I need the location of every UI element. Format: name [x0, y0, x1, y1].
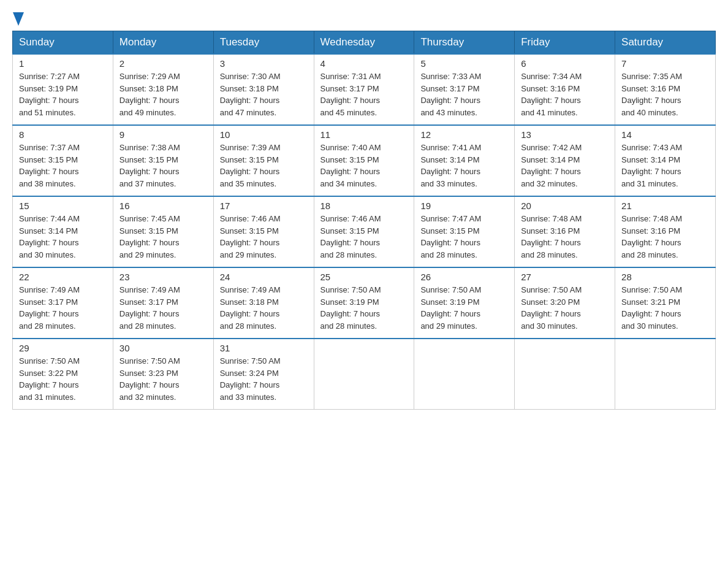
day-info: Sunrise: 7:42 AMSunset: 3:14 PMDaylight:…	[521, 142, 609, 190]
page-header	[12, 12, 716, 25]
day-number: 20	[521, 201, 609, 211]
day-number: 29	[19, 343, 107, 353]
calendar-cell	[515, 339, 615, 410]
calendar-cell: 20 Sunrise: 7:48 AMSunset: 3:16 PMDaylig…	[515, 196, 615, 267]
calendar-cell: 9 Sunrise: 7:38 AMSunset: 3:15 PMDayligh…	[113, 125, 213, 196]
day-number: 25	[320, 272, 408, 282]
day-info: Sunrise: 7:46 AMSunset: 3:15 PMDaylight:…	[220, 213, 308, 261]
calendar-cell: 8 Sunrise: 7:37 AMSunset: 3:15 PMDayligh…	[13, 125, 113, 196]
calendar-cell: 1 Sunrise: 7:27 AMSunset: 3:19 PMDayligh…	[13, 54, 113, 125]
day-info: Sunrise: 7:35 AMSunset: 3:16 PMDaylight:…	[621, 71, 709, 118]
weekday-header-friday: Friday	[515, 31, 615, 55]
calendar-cell: 23 Sunrise: 7:49 AMSunset: 3:17 PMDaylig…	[113, 267, 213, 339]
weekday-header-saturday: Saturday	[615, 31, 716, 55]
calendar-cell: 13 Sunrise: 7:42 AMSunset: 3:14 PMDaylig…	[515, 125, 615, 196]
day-info: Sunrise: 7:34 AMSunset: 3:16 PMDaylight:…	[521, 71, 609, 118]
day-info: Sunrise: 7:48 AMSunset: 3:16 PMDaylight:…	[621, 213, 709, 261]
day-info: Sunrise: 7:50 AMSunset: 3:22 PMDaylight:…	[19, 355, 107, 403]
day-number: 8	[19, 129, 107, 140]
calendar-week-row: 1 Sunrise: 7:27 AMSunset: 3:19 PMDayligh…	[13, 54, 716, 125]
calendar-cell: 15 Sunrise: 7:44 AMSunset: 3:14 PMDaylig…	[13, 196, 113, 267]
calendar-cell: 4 Sunrise: 7:31 AMSunset: 3:17 PMDayligh…	[314, 54, 414, 125]
calendar-cell: 10 Sunrise: 7:39 AMSunset: 3:15 PMDaylig…	[213, 125, 314, 196]
calendar-cell: 5 Sunrise: 7:33 AMSunset: 3:17 PMDayligh…	[414, 54, 515, 125]
day-info: Sunrise: 7:50 AMSunset: 3:19 PMDaylight:…	[320, 284, 408, 332]
day-number: 12	[420, 129, 508, 140]
weekday-header-thursday: Thursday	[414, 31, 515, 55]
calendar-table: SundayMondayTuesdayWednesdayThursdayFrid…	[12, 31, 716, 410]
day-number: 13	[521, 129, 609, 140]
calendar-cell: 24 Sunrise: 7:49 AMSunset: 3:18 PMDaylig…	[213, 267, 314, 339]
day-number: 1	[19, 58, 107, 69]
day-info: Sunrise: 7:46 AMSunset: 3:15 PMDaylight:…	[320, 213, 408, 261]
day-number: 31	[220, 343, 308, 353]
day-info: Sunrise: 7:49 AMSunset: 3:17 PMDaylight:…	[19, 284, 107, 332]
calendar-week-row: 8 Sunrise: 7:37 AMSunset: 3:15 PMDayligh…	[13, 125, 716, 196]
day-number: 16	[119, 201, 207, 211]
calendar-cell: 16 Sunrise: 7:45 AMSunset: 3:15 PMDaylig…	[113, 196, 213, 267]
calendar-cell: 18 Sunrise: 7:46 AMSunset: 3:15 PMDaylig…	[314, 196, 414, 267]
day-info: Sunrise: 7:47 AMSunset: 3:15 PMDaylight:…	[420, 213, 508, 261]
calendar-cell	[615, 339, 716, 410]
day-info: Sunrise: 7:37 AMSunset: 3:15 PMDaylight:…	[19, 142, 107, 190]
day-info: Sunrise: 7:38 AMSunset: 3:15 PMDaylight:…	[119, 142, 207, 190]
day-info: Sunrise: 7:50 AMSunset: 3:24 PMDaylight:…	[220, 355, 308, 403]
day-info: Sunrise: 7:50 AMSunset: 3:19 PMDaylight:…	[420, 284, 508, 332]
weekday-header-tuesday: Tuesday	[213, 31, 314, 55]
day-info: Sunrise: 7:49 AMSunset: 3:17 PMDaylight:…	[119, 284, 207, 332]
day-info: Sunrise: 7:50 AMSunset: 3:21 PMDaylight:…	[621, 284, 709, 332]
day-info: Sunrise: 7:30 AMSunset: 3:18 PMDaylight:…	[220, 71, 308, 118]
day-number: 19	[420, 201, 508, 211]
day-info: Sunrise: 7:50 AMSunset: 3:23 PMDaylight:…	[119, 355, 207, 403]
calendar-cell: 31 Sunrise: 7:50 AMSunset: 3:24 PMDaylig…	[213, 339, 314, 410]
calendar-cell: 27 Sunrise: 7:50 AMSunset: 3:20 PMDaylig…	[515, 267, 615, 339]
calendar-week-row: 22 Sunrise: 7:49 AMSunset: 3:17 PMDaylig…	[13, 267, 716, 339]
day-number: 24	[220, 272, 308, 282]
day-number: 21	[621, 201, 709, 211]
day-info: Sunrise: 7:31 AMSunset: 3:17 PMDaylight:…	[320, 71, 408, 118]
logo-block	[12, 12, 25, 25]
day-info: Sunrise: 7:44 AMSunset: 3:14 PMDaylight:…	[19, 213, 107, 261]
calendar-week-row: 29 Sunrise: 7:50 AMSunset: 3:22 PMDaylig…	[13, 339, 716, 410]
day-number: 15	[19, 201, 107, 211]
calendar-cell: 12 Sunrise: 7:41 AMSunset: 3:14 PMDaylig…	[414, 125, 515, 196]
day-info: Sunrise: 7:43 AMSunset: 3:14 PMDaylight:…	[621, 142, 709, 190]
calendar-cell: 6 Sunrise: 7:34 AMSunset: 3:16 PMDayligh…	[515, 54, 615, 125]
calendar-cell: 19 Sunrise: 7:47 AMSunset: 3:15 PMDaylig…	[414, 196, 515, 267]
calendar-cell	[414, 339, 515, 410]
day-number: 30	[119, 343, 207, 353]
calendar-header-row: SundayMondayTuesdayWednesdayThursdayFrid…	[13, 31, 716, 55]
weekday-header-wednesday: Wednesday	[314, 31, 414, 55]
calendar-cell: 28 Sunrise: 7:50 AMSunset: 3:21 PMDaylig…	[615, 267, 716, 339]
day-number: 22	[19, 272, 107, 282]
day-info: Sunrise: 7:33 AMSunset: 3:17 PMDaylight:…	[420, 71, 508, 118]
day-info: Sunrise: 7:41 AMSunset: 3:14 PMDaylight:…	[420, 142, 508, 190]
day-number: 14	[621, 129, 709, 140]
day-number: 23	[119, 272, 207, 282]
calendar-cell: 14 Sunrise: 7:43 AMSunset: 3:14 PMDaylig…	[615, 125, 716, 196]
day-info: Sunrise: 7:45 AMSunset: 3:15 PMDaylight:…	[119, 213, 207, 261]
day-number: 7	[621, 58, 709, 69]
day-number: 26	[420, 272, 508, 282]
day-number: 9	[119, 129, 207, 140]
calendar-cell: 26 Sunrise: 7:50 AMSunset: 3:19 PMDaylig…	[414, 267, 515, 339]
day-number: 6	[521, 58, 609, 69]
day-number: 18	[320, 201, 408, 211]
svg-marker-0	[13, 12, 24, 26]
calendar-cell: 25 Sunrise: 7:50 AMSunset: 3:19 PMDaylig…	[314, 267, 414, 339]
day-number: 11	[320, 129, 408, 140]
calendar-cell	[314, 339, 414, 410]
day-info: Sunrise: 7:27 AMSunset: 3:19 PMDaylight:…	[19, 71, 107, 118]
day-number: 2	[119, 58, 207, 69]
calendar-cell: 29 Sunrise: 7:50 AMSunset: 3:22 PMDaylig…	[13, 339, 113, 410]
day-info: Sunrise: 7:49 AMSunset: 3:18 PMDaylight:…	[220, 284, 308, 332]
day-info: Sunrise: 7:40 AMSunset: 3:15 PMDaylight:…	[320, 142, 408, 190]
weekday-header-monday: Monday	[113, 31, 213, 55]
calendar-cell: 17 Sunrise: 7:46 AMSunset: 3:15 PMDaylig…	[213, 196, 314, 267]
day-info: Sunrise: 7:29 AMSunset: 3:18 PMDaylight:…	[119, 71, 207, 118]
day-number: 28	[621, 272, 709, 282]
calendar-cell: 22 Sunrise: 7:49 AMSunset: 3:17 PMDaylig…	[13, 267, 113, 339]
calendar-cell: 11 Sunrise: 7:40 AMSunset: 3:15 PMDaylig…	[314, 125, 414, 196]
day-info: Sunrise: 7:48 AMSunset: 3:16 PMDaylight:…	[521, 213, 609, 261]
day-info: Sunrise: 7:50 AMSunset: 3:20 PMDaylight:…	[521, 284, 609, 332]
